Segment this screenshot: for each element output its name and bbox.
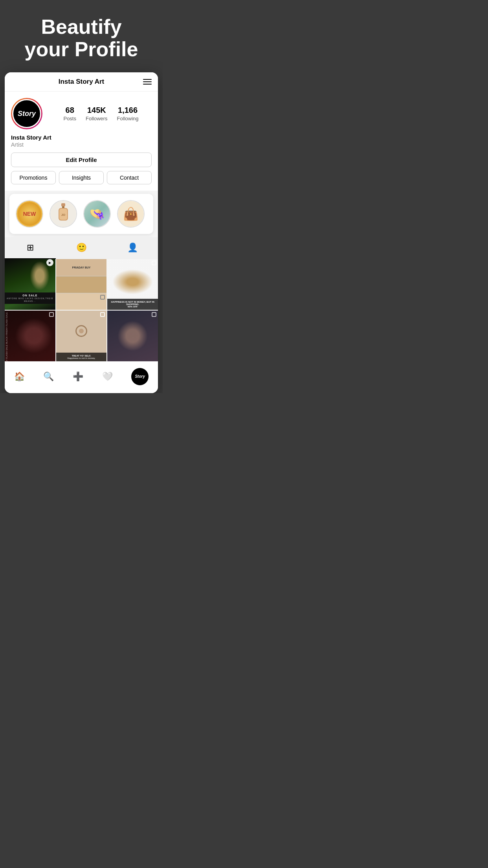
story-label: Story xyxy=(135,374,145,379)
video-badge-4 xyxy=(49,312,54,317)
svg-rect-0 xyxy=(61,203,65,206)
app-header: Insta Story Art xyxy=(5,72,158,92)
nav-add[interactable]: ➕ xyxy=(68,370,88,383)
tab-reels[interactable]: 🙂 xyxy=(56,237,107,259)
avatar-ring[interactable]: Story xyxy=(11,98,42,129)
phone-mockup: Insta Story Art Story 68 Posts 145K Fo xyxy=(5,72,158,393)
contact-button[interactable]: Contact xyxy=(107,171,152,184)
profile-name: Insta Story Art xyxy=(11,134,152,141)
home-icon: 🏠 xyxy=(14,371,25,382)
menu-button[interactable] xyxy=(143,79,152,85)
video-badge-5 xyxy=(100,312,105,317)
edit-profile-button[interactable]: Edit Profile xyxy=(11,153,152,167)
avatar: Story xyxy=(12,99,41,128)
following-label: Following xyxy=(117,116,139,121)
stat-posts[interactable]: 68 Posts xyxy=(63,106,76,122)
stat-following[interactable]: 1,166 Following xyxy=(117,106,139,122)
perfume-icon: JO xyxy=(56,203,70,223)
highlight-circle-new: NEW xyxy=(16,200,43,228)
post-item-2[interactable]: FRIADAY BUY xyxy=(56,259,107,310)
grid-icon: ⊞ xyxy=(27,243,34,253)
story-avatar-button[interactable]: Story xyxy=(131,368,149,385)
highlight-perfume[interactable]: JO xyxy=(50,200,77,228)
stat-followers[interactable]: 145K Followers xyxy=(86,106,108,122)
play-icon: ▶ xyxy=(46,259,53,266)
posts-count: 68 xyxy=(63,106,76,115)
highlight-circle-bag: 👜 xyxy=(117,200,145,228)
app-title: Insta Story Art xyxy=(59,78,105,86)
profile-section: Story 68 Posts 145K Followers 1,166 Foll… xyxy=(5,92,158,191)
highlight-hat[interactable]: 👒 xyxy=(83,200,111,228)
highlight-bag[interactable]: 👜 xyxy=(117,200,145,228)
promotions-button[interactable]: Promotions xyxy=(11,171,56,184)
reels-icon: 🙂 xyxy=(76,243,87,253)
fifty-off-label: HAPPINESS IS NOT IN MONEY, BUT IN SHOPPI… xyxy=(107,299,158,310)
search-icon: 🔍 xyxy=(43,371,54,382)
svg-rect-1 xyxy=(62,206,64,208)
tab-tagged[interactable]: 👤 xyxy=(107,237,158,259)
post-item-6[interactable] xyxy=(107,311,158,361)
posts-label: Posts xyxy=(63,116,76,121)
treat-yourself-label: TREAT YO' SELF.Happiness is not in money… xyxy=(56,353,107,361)
tab-grid[interactable]: ⊞ xyxy=(5,237,56,259)
insights-button[interactable]: Insights xyxy=(59,171,104,184)
highlights-section: NEW JO xyxy=(9,194,153,234)
posts-tab-nav: ⊞ 🙂 👤 xyxy=(5,237,158,259)
nav-home[interactable]: 🏠 xyxy=(9,370,29,383)
add-icon: ➕ xyxy=(73,371,83,382)
nav-heart[interactable]: 🤍 xyxy=(97,370,117,383)
video-badge-3 xyxy=(152,261,156,265)
profile-top: Story 68 Posts 145K Followers 1,166 Foll… xyxy=(11,98,152,129)
post-item-5[interactable]: TREAT YO' SELF.Happiness is not in money… xyxy=(56,311,107,361)
heart-icon: 🤍 xyxy=(102,371,113,382)
hero-title: Beautifyyour Profile xyxy=(8,16,155,61)
action-buttons: Promotions Insights Contact xyxy=(11,171,152,184)
on-sale-label: ON SALEANYONE WHO LACKS DESIGN,THEIR MEA… xyxy=(5,292,55,304)
bottom-nav: 🏠 🔍 ➕ 🤍 Story xyxy=(5,361,158,393)
tagged-icon: 👤 xyxy=(127,243,138,253)
nav-story[interactable]: Story xyxy=(127,366,153,387)
video-badge-6 xyxy=(152,312,156,317)
profile-bio: Artist xyxy=(11,142,152,148)
highlight-circle-hat: 👒 xyxy=(83,200,111,228)
svg-text:JO: JO xyxy=(61,213,66,217)
followers-count: 145K xyxy=(86,106,108,115)
posts-grid: ▶ ON SALEANYONE WHO LACKS DESIGN,THEIR M… xyxy=(5,259,158,361)
following-count: 1,166 xyxy=(117,106,139,115)
nav-search[interactable]: 🔍 xyxy=(39,370,59,383)
post-item-4[interactable]: BLACK FRIDAY FLASH SALE BLACK FRIDAY FLA… xyxy=(5,311,55,361)
highlight-new[interactable]: NEW xyxy=(16,200,43,228)
avatar-label: Story xyxy=(18,110,36,118)
profile-stats: 68 Posts 145K Followers 1,166 Following xyxy=(50,106,152,122)
highlight-circle-perfume: JO xyxy=(50,200,77,228)
hero-section: Beautifyyour Profile xyxy=(0,0,163,72)
followers-label: Followers xyxy=(86,116,108,121)
post-item-1[interactable]: ▶ ON SALEANYONE WHO LACKS DESIGN,THEIR M… xyxy=(5,259,55,310)
post-item-3[interactable]: HAPPINESS IS NOT IN MONEY, BUT IN SHOPPI… xyxy=(107,259,158,310)
